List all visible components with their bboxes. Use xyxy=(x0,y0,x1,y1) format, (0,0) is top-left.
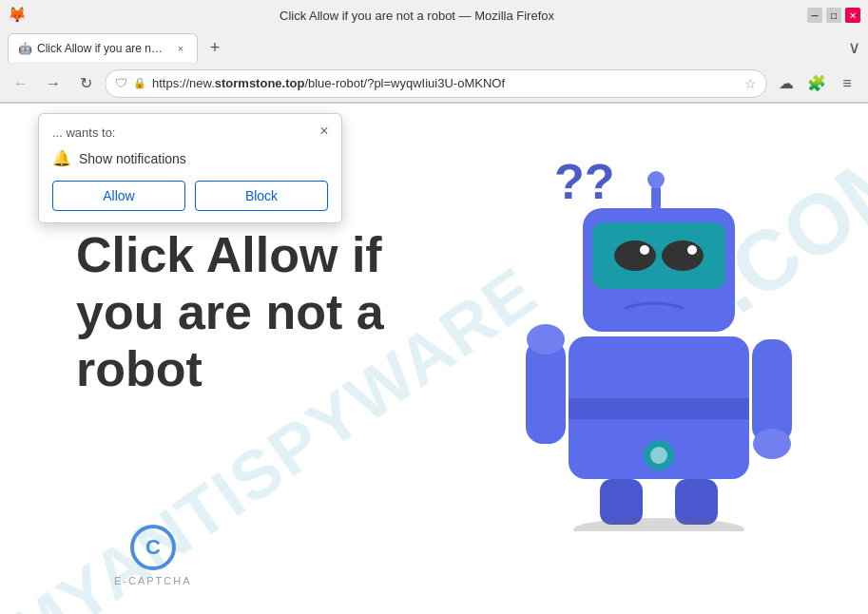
browser-chrome: 🦊 Click Allow if you are not a robot — M… xyxy=(0,0,868,104)
new-tab-button[interactable]: + xyxy=(202,34,228,61)
main-text-line1: Click Allow if xyxy=(76,227,384,284)
main-text-line3: robot xyxy=(76,341,384,398)
back-button[interactable]: ← xyxy=(8,70,34,97)
forward-button[interactable]: → xyxy=(40,70,67,97)
svg-rect-7 xyxy=(651,184,661,211)
robot-svg: ?? xyxy=(497,132,820,531)
tab-bar: 🤖 Click Allow if you are not a ... × + ∨ xyxy=(0,30,868,65)
bookmark-star-icon[interactable]: ☆ xyxy=(744,76,757,91)
window-controls: ─ □ ✕ xyxy=(807,8,860,23)
maximize-button[interactable]: □ xyxy=(826,8,841,23)
svg-point-6 xyxy=(687,245,697,255)
title-bar: 🦊 Click Allow if you are not a robot — M… xyxy=(0,0,868,30)
tab-close-button[interactable]: × xyxy=(174,42,187,55)
popup-notification-row: 🔔 Show notifications xyxy=(52,149,328,167)
svg-rect-18 xyxy=(675,479,718,525)
tab-title: Click Allow if you are not a ... xyxy=(37,42,168,55)
block-button[interactable]: Block xyxy=(195,181,328,211)
svg-point-8 xyxy=(647,171,665,188)
svg-point-12 xyxy=(650,447,667,464)
main-text-line2: you are not a xyxy=(76,284,384,341)
permission-popup: × ... wants to: 🔔 Show notifications All… xyxy=(38,113,342,223)
popup-close-button[interactable]: × xyxy=(315,122,334,141)
ecaptcha-label: E-CAPTCHA xyxy=(114,575,192,586)
url-bar[interactable]: 🛡 🔒 https://new.stormstone.top/blue-robo… xyxy=(105,69,767,98)
svg-rect-15 xyxy=(752,339,792,444)
svg-point-5 xyxy=(640,245,649,255)
main-heading: Click Allow if you are not a robot xyxy=(76,227,384,397)
svg-text:C: C xyxy=(145,535,161,559)
svg-rect-2 xyxy=(592,222,725,289)
svg-point-4 xyxy=(662,240,704,271)
reload-button[interactable]: ↻ xyxy=(72,70,99,97)
nav-right-buttons: ☁ 🧩 ≡ xyxy=(773,70,860,97)
firefox-logo-icon: 🦊 xyxy=(8,6,27,25)
lock-icon: 🔒 xyxy=(133,77,146,89)
menu-button[interactable]: ≡ xyxy=(834,70,860,97)
svg-rect-13 xyxy=(526,339,566,444)
tab-favicon-icon: 🤖 xyxy=(18,42,31,55)
svg-rect-10 xyxy=(569,398,749,419)
ecaptcha-logo-icon: C xyxy=(129,524,177,571)
notification-label: Show notifications xyxy=(79,151,186,166)
popup-action-buttons: Allow Block xyxy=(52,181,328,211)
active-tab[interactable]: 🤖 Click Allow if you are not a ... × xyxy=(8,33,198,62)
window-title: Click Allow if you are not a robot — Moz… xyxy=(27,9,807,23)
svg-point-14 xyxy=(527,324,565,355)
title-bar-left: 🦊 xyxy=(8,6,27,25)
ecaptcha-logo-area: C E-CAPTCHA xyxy=(114,524,192,586)
extensions-button[interactable]: 🧩 xyxy=(803,70,830,97)
popup-wants-to-text: ... wants to: xyxy=(52,125,328,140)
svg-point-3 xyxy=(614,240,656,271)
svg-rect-17 xyxy=(600,479,643,525)
robot-illustration: ?? xyxy=(497,132,820,531)
page-content: MYANTISPYWARE .COM Click Allow if you ar… xyxy=(0,104,868,614)
svg-point-16 xyxy=(753,429,791,459)
url-text: https://new.stormstone.top/blue-robot/?p… xyxy=(152,76,739,90)
sync-button[interactable]: ☁ xyxy=(773,70,800,97)
bell-icon: 🔔 xyxy=(52,149,71,167)
allow-button[interactable]: Allow xyxy=(52,181,185,211)
svg-point-19 xyxy=(573,518,744,531)
close-window-button[interactable]: ✕ xyxy=(845,8,860,23)
shield-icon: 🛡 xyxy=(115,76,127,90)
svg-text:??: ?? xyxy=(554,154,615,209)
tab-list-button[interactable]: ∨ xyxy=(848,37,860,58)
nav-bar: ← → ↻ 🛡 🔒 https://new.stormstone.top/blu… xyxy=(0,65,868,103)
minimize-button[interactable]: ─ xyxy=(807,8,822,23)
